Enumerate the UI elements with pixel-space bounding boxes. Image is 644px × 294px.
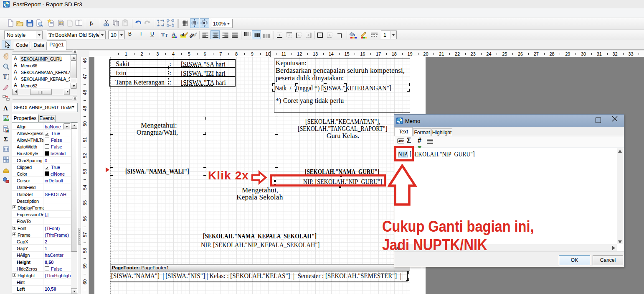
svg-text:T: T	[3, 74, 7, 80]
svg-text:T: T	[52, 33, 54, 38]
svg-text:T: T	[165, 33, 168, 38]
svg-text:A: A	[3, 105, 8, 112]
svg-text:T: T	[161, 31, 165, 38]
svg-text:fx: fx	[90, 20, 94, 26]
svg-text:A: A	[172, 31, 176, 37]
svg-text:Σ: Σ	[4, 136, 8, 143]
